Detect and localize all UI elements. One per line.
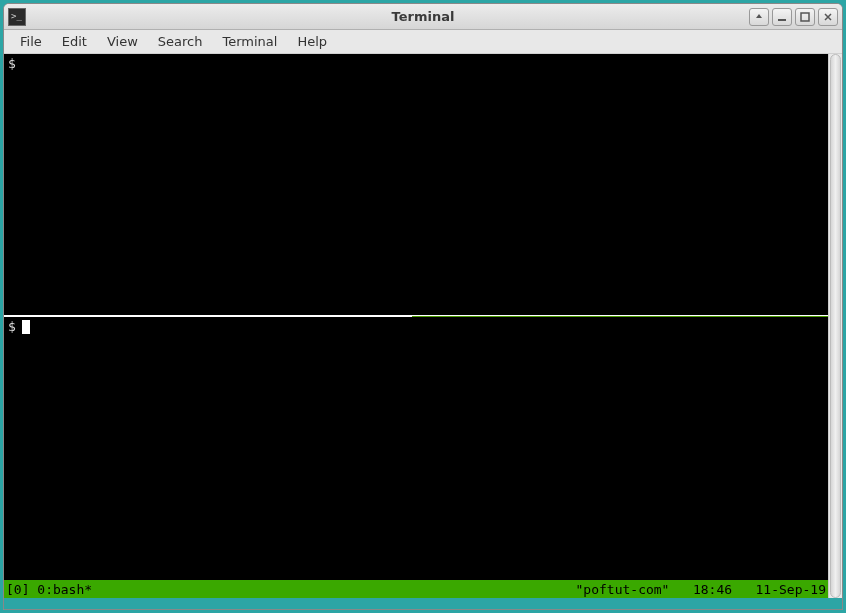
tmux-pane-bottom[interactable]: $ xyxy=(4,317,828,580)
menu-view[interactable]: View xyxy=(97,31,148,52)
tmux-window: 0:bash* xyxy=(37,582,92,597)
prompt-line: $ xyxy=(8,56,824,72)
bottom-strip xyxy=(4,598,842,609)
svg-rect-1 xyxy=(801,13,809,21)
scrollbar-thumb[interactable] xyxy=(830,54,841,598)
prompt-symbol: $ xyxy=(8,56,16,72)
titlebar[interactable]: >_ Terminal xyxy=(4,4,842,30)
tmux-pane-top[interactable]: $ xyxy=(4,54,828,316)
menubar: File Edit View Search Terminal Help xyxy=(4,30,842,54)
pane-divider-inactive xyxy=(4,316,412,317)
app-icon: >_ xyxy=(8,8,26,26)
terminal-window: >_ Terminal File Edit View Search Termin… xyxy=(3,3,843,610)
close-button[interactable] xyxy=(818,8,838,26)
tmux-status-bar: [0] 0:bash* "poftut-com" 18:46 11-Sep-19 xyxy=(4,580,828,598)
cursor xyxy=(22,320,30,334)
menu-terminal[interactable]: Terminal xyxy=(212,31,287,52)
tmux-status-left: [0] 0:bash* xyxy=(6,582,92,597)
maximize-button[interactable] xyxy=(795,8,815,26)
prompt-line: $ xyxy=(8,319,824,335)
window-controls xyxy=(749,8,838,26)
tmux-date: 11-Sep-19 xyxy=(756,582,826,597)
window-title: Terminal xyxy=(4,9,842,24)
tmux-status-right: "poftut-com" 18:46 11-Sep-19 xyxy=(576,582,826,597)
terminal-area: $ $ [0] 0:bash* "poftut-com" xyxy=(4,54,842,598)
tmux-time: 18:46 xyxy=(693,582,732,597)
tmux-session: [0] xyxy=(6,582,29,597)
menu-help[interactable]: Help xyxy=(287,31,337,52)
scrollbar[interactable] xyxy=(828,54,842,598)
minimize-button[interactable] xyxy=(772,8,792,26)
tmux-hostname: "poftut-com" xyxy=(576,582,670,597)
window-up-button[interactable] xyxy=(749,8,769,26)
menu-edit[interactable]: Edit xyxy=(52,31,97,52)
svg-rect-0 xyxy=(778,19,786,21)
terminal-content[interactable]: $ $ [0] 0:bash* "poftut-com" xyxy=(4,54,828,598)
menu-search[interactable]: Search xyxy=(148,31,213,52)
prompt-symbol: $ xyxy=(8,319,16,335)
menu-file[interactable]: File xyxy=(10,31,52,52)
